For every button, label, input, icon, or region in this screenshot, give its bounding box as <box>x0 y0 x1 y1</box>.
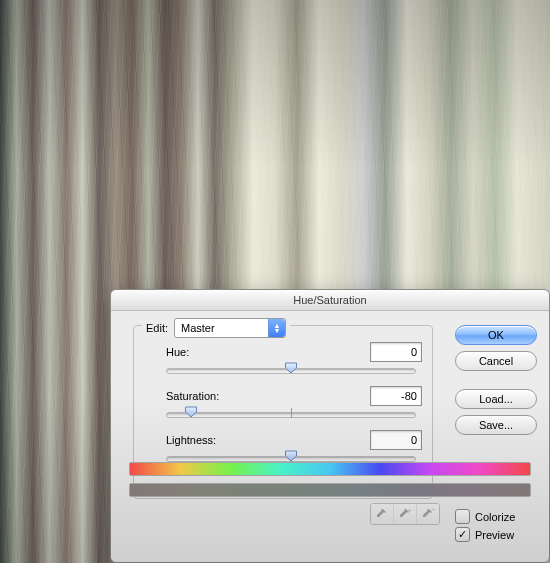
edit-legend: Edit: Master ▲▼ <box>142 318 290 338</box>
hue-slider[interactable] <box>166 360 416 378</box>
save-button[interactable]: Save... <box>455 415 537 435</box>
hue-label: Hue: <box>144 346 244 358</box>
side-buttons: OK Cancel Load... Save... <box>455 325 537 435</box>
eyedropper-add-button[interactable]: + <box>394 504 417 524</box>
svg-text:−: − <box>431 507 435 513</box>
load-button[interactable]: Load... <box>455 389 537 409</box>
eyedropper-button[interactable] <box>371 504 394 524</box>
hue-spectrum-bar <box>129 462 531 476</box>
dialog-body: Edit: Master ▲▼ Hue: <box>111 311 549 507</box>
saturation-row: Saturation: <box>144 386 422 406</box>
checkbox-box: ✓ <box>455 527 470 542</box>
gradient-bars <box>129 462 531 497</box>
background-image: Hue/Saturation Edit: Master ▲▼ Hue: <box>0 0 550 563</box>
preview-label: Preview <box>475 529 514 541</box>
ok-button[interactable]: OK <box>455 325 537 345</box>
hue-thumb[interactable] <box>285 362 298 374</box>
hue-saturation-dialog: Hue/Saturation Edit: Master ▲▼ Hue: <box>110 289 550 563</box>
eyedropper-subtract-button[interactable]: − <box>417 504 439 524</box>
lightness-input[interactable] <box>370 430 422 450</box>
output-spectrum-bar <box>129 483 531 497</box>
saturation-center-tick <box>291 408 292 418</box>
checkbox-group: Colorize ✓ Preview <box>455 509 537 542</box>
cancel-button[interactable]: Cancel <box>455 351 537 371</box>
saturation-thumb[interactable] <box>185 406 198 418</box>
dialog-title: Hue/Saturation <box>111 290 549 311</box>
select-stepper-icon: ▲▼ <box>268 319 285 337</box>
lightness-thumb[interactable] <box>285 450 298 462</box>
checkbox-box <box>455 509 470 524</box>
edit-label: Edit: <box>146 322 168 334</box>
preview-checkbox[interactable]: ✓ Preview <box>455 527 537 542</box>
colorize-checkbox[interactable]: Colorize <box>455 509 537 524</box>
saturation-input[interactable] <box>370 386 422 406</box>
colorize-label: Colorize <box>475 511 515 523</box>
saturation-slider[interactable] <box>166 404 416 422</box>
lightness-label: Lightness: <box>144 434 244 446</box>
svg-text:+: + <box>408 507 412 513</box>
edit-select[interactable]: Master ▲▼ <box>174 318 286 338</box>
lightness-row: Lightness: <box>144 430 422 450</box>
hue-row: Hue: <box>144 342 422 362</box>
saturation-label: Saturation: <box>144 390 244 402</box>
edit-select-value: Master <box>175 322 268 334</box>
eyedropper-group: + − <box>370 503 440 525</box>
hue-input[interactable] <box>370 342 422 362</box>
